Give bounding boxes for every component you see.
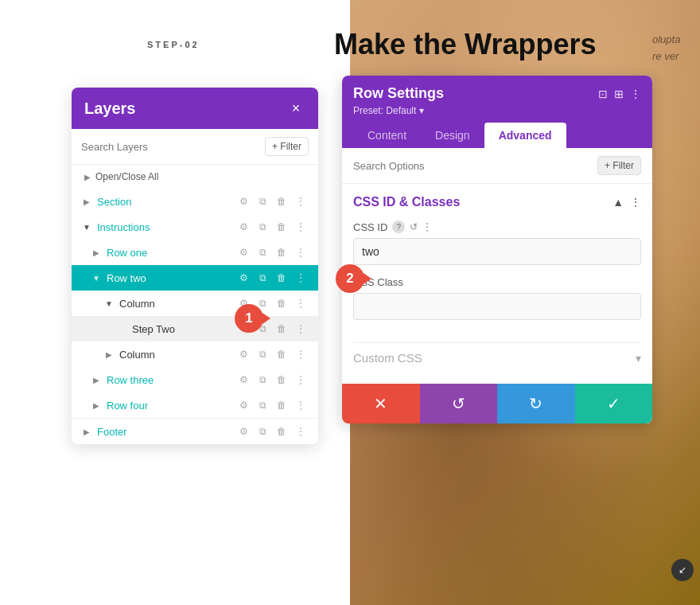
layer-copy-column-2[interactable]: ⧉: [255, 346, 270, 362]
layer-arrow-section[interactable]: ▶: [81, 196, 92, 207]
rs-css-section: CSS ID & Classes ▲ ⋮ CSS ID ? ↺ ⋮: [342, 184, 652, 342]
layer-icons-row-two: ⚙ ⧉ 🗑 ⋮: [235, 270, 309, 286]
layer-name-row-two: Row two: [107, 272, 231, 284]
rs-section-title: CSS ID & Classes: [353, 195, 460, 209]
layer-copy-row-four[interactable]: ⧉: [255, 397, 270, 413]
layers-header: Layers ×: [72, 88, 318, 129]
layer-copy-row-three[interactable]: ⧉: [255, 372, 270, 388]
step-label: STEP-02: [147, 40, 200, 49]
layer-item-section: ▶ Section ⚙ ⧉ 🗑 ⋮: [72, 189, 318, 214]
layer-delete-row-two[interactable]: 🗑: [274, 270, 290, 286]
layer-arrow-column-2[interactable]: ▶: [103, 349, 115, 360]
layer-arrow-row-two[interactable]: ▼: [91, 272, 102, 283]
rs-columns-icon[interactable]: ⊞: [614, 88, 624, 100]
rs-section-more-icon[interactable]: ⋮: [630, 196, 641, 209]
layer-copy-row-one[interactable]: ⧉: [255, 244, 270, 260]
layer-more-column-2[interactable]: ⋮: [293, 346, 309, 362]
layer-gear-row-one[interactable]: ⚙: [235, 244, 251, 260]
rs-tab-advanced[interactable]: Advanced: [484, 123, 566, 148]
layer-gear-instructions[interactable]: ⚙: [235, 219, 251, 235]
layer-name-section: Section: [97, 196, 231, 208]
rs-preset[interactable]: Preset: Default ▾: [353, 105, 641, 116]
layer-item-footer: ▶ Footer ⚙ ⧉ 🗑 ⋮: [72, 418, 318, 444]
cancel-button[interactable]: ✕: [342, 384, 420, 424]
rs-tab-content[interactable]: Content: [353, 123, 421, 148]
layer-item-column-1: ▼ Column ⚙ ⧉ 🗑 ⋮: [72, 291, 318, 316]
layers-search-input[interactable]: [81, 141, 259, 153]
layer-copy-footer[interactable]: ⧉: [255, 424, 270, 439]
layer-more-row-two[interactable]: ⋮: [293, 270, 309, 286]
layer-icons-row-four: ⚙ ⧉ 🗑 ⋮: [235, 397, 309, 413]
layer-item-row-three: ▶ Row three ⚙ ⧉ 🗑 ⋮: [72, 367, 318, 392]
layer-arrow-footer[interactable]: ▶: [81, 426, 92, 437]
bg-overlay-text: oluptare ver: [652, 32, 692, 65]
layer-icons-column-2: ⚙ ⧉ 🗑 ⋮: [235, 346, 309, 362]
layer-delete-instructions[interactable]: 🗑: [274, 219, 290, 235]
layer-delete-step-two[interactable]: 🗑: [274, 321, 290, 337]
css-id-help-icon[interactable]: ?: [392, 221, 405, 233]
layer-gear-footer[interactable]: ⚙: [235, 424, 251, 439]
layer-delete-column-1[interactable]: 🗑: [274, 295, 290, 311]
css-class-field-row: CSS Class: [353, 276, 641, 320]
layer-more-column-1[interactable]: ⋮: [293, 295, 309, 311]
layers-filter-button[interactable]: + Filter: [265, 137, 309, 156]
row-settings-panel: Row Settings ⊡ ⊞ ⋮ Preset: Default ▾ Con…: [342, 76, 652, 424]
resize-icon[interactable]: ↙: [671, 559, 694, 581]
layer-arrow-row-three[interactable]: ▶: [91, 374, 102, 385]
redo-button[interactable]: ↻: [497, 384, 575, 424]
layer-gear-section[interactable]: ⚙: [235, 193, 251, 209]
open-close-all[interactable]: ▶ Open/Close All: [72, 165, 318, 189]
layer-name-row-four: Row four: [107, 400, 231, 412]
layer-more-row-four[interactable]: ⋮: [293, 397, 309, 413]
step-badge-2: 2: [336, 264, 364, 293]
rs-title-row: Row Settings ⊡ ⊞ ⋮: [353, 85, 641, 102]
layer-delete-column-2[interactable]: 🗑: [274, 346, 290, 362]
custom-css-header[interactable]: Custom CSS ▾: [353, 342, 641, 373]
undo-button[interactable]: ↺: [420, 384, 498, 424]
layer-delete-section[interactable]: 🗑: [274, 193, 290, 209]
css-id-input[interactable]: [353, 238, 641, 265]
layer-delete-row-four[interactable]: 🗑: [274, 397, 290, 413]
rs-collapse-icon[interactable]: ▲: [612, 196, 624, 209]
layer-more-step-two[interactable]: ⋮: [293, 321, 309, 337]
layer-more-section[interactable]: ⋮: [293, 193, 309, 209]
rs-more-icon[interactable]: ⋮: [630, 88, 641, 100]
layer-delete-row-three[interactable]: 🗑: [274, 372, 290, 388]
layer-delete-row-one[interactable]: 🗑: [274, 244, 290, 260]
layer-more-row-three[interactable]: ⋮: [293, 372, 309, 388]
layer-delete-footer[interactable]: 🗑: [274, 424, 290, 439]
layer-icons-footer: ⚙ ⧉ 🗑 ⋮: [235, 424, 309, 439]
layer-name-column-1: Column: [119, 298, 231, 310]
layer-copy-row-two[interactable]: ⧉: [255, 270, 270, 286]
custom-css-title: Custom CSS: [353, 351, 422, 365]
layer-arrow-row-four[interactable]: ▶: [91, 400, 102, 411]
layer-more-instructions[interactable]: ⋮: [293, 219, 309, 235]
layer-arrow-row-one[interactable]: ▶: [91, 247, 102, 258]
rs-tabs: Content Design Advanced: [353, 123, 641, 148]
rs-filter-button[interactable]: + Filter: [597, 156, 641, 175]
layer-name-row-one: Row one: [107, 247, 231, 259]
css-class-input[interactable]: [353, 293, 641, 320]
layer-copy-section[interactable]: ⧉: [255, 193, 270, 209]
layer-arrow-column-1[interactable]: ▼: [103, 298, 115, 309]
layer-more-footer[interactable]: ⋮: [293, 424, 309, 439]
layer-gear-row-three[interactable]: ⚙: [235, 372, 251, 388]
layer-item-row-four: ▶ Row four ⚙ ⧉ 🗑 ⋮: [72, 392, 318, 418]
layers-close-button[interactable]: ×: [286, 99, 305, 118]
layer-gear-column-2[interactable]: ⚙: [235, 346, 251, 362]
layers-panel: Layers × + Filter ▶ Open/Close All ▶ Sec…: [72, 88, 318, 444]
layer-item-instructions: ▼ Instructions ⚙ ⧉ 🗑 ⋮: [72, 214, 318, 240]
layer-gear-row-four[interactable]: ⚙: [235, 397, 251, 413]
rs-expand-icon[interactable]: ⊡: [598, 88, 608, 100]
layer-arrow-instructions[interactable]: ▼: [81, 221, 92, 232]
layer-name-row-three: Row three: [107, 374, 231, 386]
rs-search-input[interactable]: [353, 160, 591, 172]
css-id-field-row: CSS ID ? ↺ ⋮: [353, 221, 641, 265]
layer-more-row-one[interactable]: ⋮: [293, 244, 309, 260]
layer-gear-row-two[interactable]: ⚙: [235, 270, 251, 286]
rs-tab-design[interactable]: Design: [421, 123, 484, 148]
css-id-reset-icon[interactable]: ↺: [410, 221, 418, 232]
css-id-more-icon[interactable]: ⋮: [422, 221, 432, 232]
layer-copy-instructions[interactable]: ⧉: [255, 219, 270, 235]
save-button[interactable]: ✓: [575, 384, 653, 424]
